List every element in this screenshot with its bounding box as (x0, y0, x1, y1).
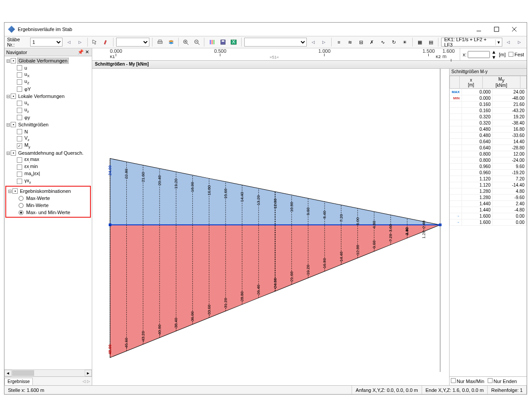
results-table-title: Schnittgrößen M-y (450, 69, 527, 76)
prev-arrow-button[interactable]: ◁ (309, 37, 318, 47)
tree-item[interactable]: φY (4, 86, 92, 93)
table-row[interactable]: 0.9609.60 (450, 164, 527, 170)
tool-c-icon[interactable]: ⊟ (356, 37, 366, 47)
tree-item[interactable]: N (4, 128, 92, 135)
empty-dropdown[interactable] (116, 38, 149, 47)
nur-enden-checkbox[interactable] (488, 378, 493, 383)
tree-item[interactable]: ux (4, 100, 92, 107)
print-icon[interactable] (155, 37, 164, 47)
table-row[interactable]: 0.160-43.20 (450, 108, 527, 114)
svg-rect-17 (222, 40, 224, 42)
svg-rect-15 (213, 40, 215, 44)
tool-sun-icon[interactable]: ☀ (400, 37, 410, 47)
tool-d-icon[interactable]: ✗ (367, 37, 376, 47)
tree-item[interactable]: uZ (4, 78, 92, 86)
scroll-left-icon[interactable]: ◂ (4, 370, 12, 376)
svg-text:9.60: 9.60 (306, 207, 310, 215)
pointer-icon[interactable] (90, 37, 100, 47)
panel-close-icon[interactable]: ✕ (84, 49, 90, 55)
table-row[interactable]: MIN0.000-48.00 (450, 95, 527, 102)
table-row[interactable]: 0.480-33.60 (450, 133, 527, 139)
tree-group[interactable]: ⊟▪Schnittgrößen (4, 121, 92, 128)
results-table-body[interactable]: MAX0.00024.00MIN0.000-48.000.16021.600.1… (450, 89, 527, 376)
svg-text:-43.20: -43.20 (141, 331, 145, 343)
next-member-button[interactable]: ▷ (75, 37, 85, 47)
layers-icon[interactable] (166, 37, 176, 47)
tab-results[interactable]: Ergebnisse (4, 378, 33, 385)
member-select[interactable]: 1 (30, 38, 63, 47)
tree-group[interactable]: ⊟▪Lokale Verformungen (4, 93, 92, 100)
minimize-button[interactable] (470, 23, 488, 35)
tree-group[interactable]: ⊟▪Globale Verformungen (4, 57, 92, 64)
status-ende: Ende X,Y,Z: 1.6, 0.0, 0.0 m (422, 386, 488, 394)
prev-lc-button[interactable]: ◁ (504, 37, 513, 47)
zoom-in-icon[interactable] (181, 37, 191, 47)
close-button[interactable] (505, 23, 523, 35)
tree-item[interactable]: uX (4, 71, 92, 78)
chart-area: -48.0024.00-45.6022.80-43.2021.60-40.802… (92, 69, 449, 385)
ek-option[interactable]: Max-Werte (6, 195, 90, 202)
tool-refresh-icon[interactable]: ↻ (389, 37, 399, 47)
ek-option[interactable]: Min-Werte (6, 202, 90, 209)
tool-a-icon[interactable]: ≡ (334, 37, 344, 47)
table-row[interactable]: 0.16021.60 (450, 102, 527, 108)
tree-item[interactable]: γxz (4, 178, 92, 185)
ruler-controls: x: ▲▼ [m] Fest (460, 48, 527, 60)
table-row[interactable]: →1.6000.00 (450, 213, 527, 219)
table-row[interactable]: 0.80012.00 (450, 151, 527, 157)
next-arrow-button[interactable]: ▷ (319, 37, 329, 47)
next-lc-button[interactable]: ▷ (515, 37, 524, 47)
scroll-right-icon[interactable]: ▸ (85, 370, 92, 376)
table-row[interactable]: 1.280-9.60 (450, 195, 527, 201)
table-row[interactable]: →1.6000.00 (450, 219, 527, 226)
status-bar: Stelle x: 1.600 m Anfang X,Y,Z: 0.0, 0.0… (4, 385, 527, 394)
table-row[interactable]: 1.4402.40 (450, 201, 527, 207)
pick-icon[interactable] (102, 37, 111, 47)
tree-group[interactable]: ⊟▪Gesamtdehnung auf Quersch. (4, 149, 92, 156)
tree-item[interactable]: εx,min (4, 164, 92, 171)
spinner-icon[interactable]: ▲▼ (491, 49, 496, 60)
pin-icon[interactable]: 📌 (78, 49, 84, 55)
loadcase-selector[interactable]: EK1: LF1/s + LF2 + LF3 ▾ (441, 38, 502, 47)
table-row[interactable]: MAX0.00024.00 (450, 89, 527, 95)
tree-item[interactable]: uz (4, 107, 92, 114)
tree-item[interactable]: φy (4, 114, 92, 121)
fest-checkbox[interactable] (509, 52, 513, 57)
tree-item[interactable]: εx,max (4, 156, 92, 164)
tree-item[interactable]: Vz (4, 135, 92, 142)
zoom-out-icon[interactable] (192, 37, 202, 47)
prev-member-button[interactable]: ◁ (64, 37, 74, 47)
table-row[interactable]: 0.48016.80 (450, 126, 527, 133)
table-row[interactable]: 1.1207.20 (450, 176, 527, 182)
table-row[interactable]: 0.32019.20 (450, 114, 527, 120)
table-row[interactable]: 0.64014.40 (450, 139, 527, 145)
tab-scroll-icons[interactable]: ◁ ▷ (81, 379, 92, 383)
calc-a-icon[interactable]: ▦ (415, 37, 425, 47)
table-row[interactable]: 0.960-19.20 (450, 170, 527, 176)
settings-icon[interactable] (207, 37, 216, 47)
scroll-thumb[interactable] (12, 370, 34, 376)
calc-b-icon[interactable]: ▤ (426, 37, 435, 47)
table-row[interactable]: 1.2804.80 (450, 188, 527, 195)
table-row[interactable]: 0.800-24.00 (450, 157, 527, 164)
ek-option[interactable]: Max- und Min-Werte (6, 209, 90, 216)
excel-icon[interactable]: X (229, 37, 239, 47)
table-row[interactable]: 0.640-28.80 (450, 145, 527, 151)
save-icon[interactable] (218, 37, 227, 47)
table-row[interactable]: 0.320-38.40 (450, 120, 527, 126)
tree-item[interactable]: max|εx| (4, 171, 92, 178)
tool-curve-icon[interactable]: ∿ (378, 37, 387, 47)
maximize-button[interactable] (488, 23, 505, 35)
tree-item[interactable]: u (4, 64, 92, 71)
nur-maxmin-checkbox[interactable] (451, 378, 456, 383)
tool-b-icon[interactable]: ≋ (345, 37, 355, 47)
chevron-down-icon[interactable]: ▾ (495, 39, 502, 45)
table-row[interactable]: 1.120-14.40 (450, 182, 527, 188)
tree-group-ek[interactable]: ⊟▪Ergebniskombinationen (6, 188, 90, 195)
tree-item[interactable]: ✓My (4, 142, 92, 149)
table-row[interactable]: 1.440-4.80 (450, 207, 527, 213)
h-scrollbar[interactable]: ◂ ▸ (4, 369, 92, 376)
x-input[interactable] (468, 51, 490, 58)
ek-group-highlight: ⊟▪ErgebniskombinationenMax-WerteMin-Wert… (5, 186, 91, 218)
filter-dropdown[interactable] (244, 38, 307, 47)
